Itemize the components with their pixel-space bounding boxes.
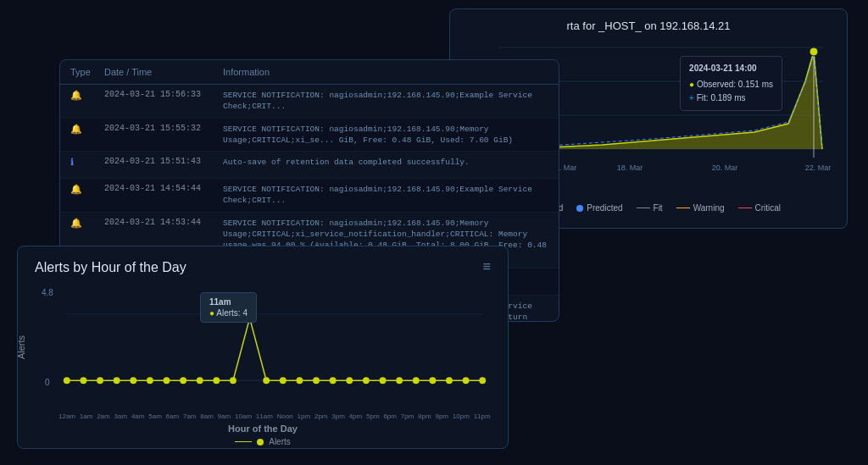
log-datetime: 2024-03-21 14:53:44 <box>104 218 223 227</box>
x-label: 3am <box>114 412 128 420</box>
log-row: ℹ 2024-03-21 15:51:43 Auto-save of reten… <box>60 152 559 179</box>
svg-point-37 <box>429 377 436 384</box>
col-header-info: Information <box>223 67 548 77</box>
x-label: 1am <box>80 412 93 420</box>
alerts-svg: 🏆 <box>58 284 491 411</box>
y-tick-min: 0 <box>45 378 50 387</box>
x-label: 7pm <box>401 412 415 420</box>
x-label: 10pm <box>453 412 470 420</box>
log-header: Type Date / Time Information <box>60 60 559 85</box>
svg-point-33 <box>363 377 370 384</box>
x-label: Noon <box>277 412 293 420</box>
info-icon: ℹ <box>70 157 104 168</box>
x-label: 11am <box>256 412 273 420</box>
tooltip-fit: + Fit: 0.189 ms <box>689 91 773 105</box>
svg-text:18. Mar: 18. Mar <box>617 163 643 172</box>
col-header-type: Type <box>70 67 104 77</box>
rta-tooltip: 2024-03-21 14:00 ● Observed: 0.151 ms + … <box>680 56 782 111</box>
critical-legend-line <box>738 208 752 208</box>
svg-point-19 <box>147 377 153 384</box>
svg-text:🏆: 🏆 <box>244 303 257 315</box>
legend-critical: Critical <box>738 203 782 213</box>
x-label: 9pm <box>435 412 448 420</box>
x-label: 6am <box>166 412 180 420</box>
tooltip-observed: ● Observed: 0.151 ms <box>689 78 773 91</box>
svg-point-28 <box>280 377 287 384</box>
x-label: 1pm <box>298 412 311 420</box>
x-label: 4pm <box>349 412 363 420</box>
svg-point-29 <box>297 377 303 384</box>
x-label: 4am <box>131 412 145 420</box>
x-label: 8pm <box>418 412 431 420</box>
svg-text:22. Mar: 22. Mar <box>805 163 832 172</box>
log-row: 🔔 2024-03-21 15:55:32 SERVICE NOTIFICATI… <box>60 119 559 152</box>
alerts-chart-area: Alerts 4.8 0 11am ● Alerts: 4 <box>35 284 491 411</box>
log-datetime: 2024-03-21 15:55:32 <box>104 124 223 133</box>
svg-point-6 <box>810 47 818 56</box>
svg-point-14 <box>64 377 70 384</box>
svg-point-15 <box>81 377 87 384</box>
svg-point-38 <box>446 377 453 384</box>
x-label: 6pm <box>383 412 397 420</box>
log-info: SERVICE NOTIFICATION: nagiosadmin;192.16… <box>223 90 548 113</box>
svg-point-35 <box>396 377 403 384</box>
legend-predicted: Predicted <box>576 203 622 213</box>
x-axis-title: Hour of the Day <box>35 423 491 434</box>
log-info: SERVICE NOTIFICATION: nagiosadmin;192.16… <box>223 124 548 147</box>
log-row: 🔔 2024-03-21 15:56:33 SERVICE NOTIFICATI… <box>60 85 559 119</box>
hamburger-icon[interactable]: ≡ <box>482 260 491 275</box>
log-datetime: 2024-03-21 15:56:33 <box>104 90 223 99</box>
svg-point-36 <box>413 377 420 384</box>
svg-point-27 <box>263 377 270 384</box>
legend-warning: Warning <box>676 203 725 213</box>
x-label: 2pm <box>314 412 328 420</box>
svg-point-31 <box>330 377 337 384</box>
x-label: 2am <box>97 412 110 420</box>
svg-point-40 <box>479 377 486 384</box>
log-datetime: 2024-03-21 15:51:43 <box>104 157 223 166</box>
alerts-title: Alerts by Hour of the Day <box>35 260 186 275</box>
x-label: 11pm <box>474 412 491 420</box>
x-label: 7am <box>183 412 197 420</box>
svg-point-23 <box>213 377 220 384</box>
x-label: 5pm <box>366 412 380 420</box>
svg-point-18 <box>130 377 136 384</box>
svg-point-25 <box>246 314 254 323</box>
log-row: 🔔 2024-03-21 14:54:44 SERVICE NOTIFICATI… <box>60 179 559 213</box>
x-label: 10am <box>235 412 252 420</box>
bell-icon: 🔔 <box>70 90 104 101</box>
y-tick-max: 4.8 <box>42 288 53 297</box>
x-label: 8am <box>200 412 214 420</box>
alerts-legend-label: Alerts <box>269 437 291 446</box>
svg-point-24 <box>230 377 236 384</box>
x-axis-labels: 12am 1am 2am 3am 4am 5am 6am 7am 8am 9am… <box>35 412 491 420</box>
svg-point-17 <box>114 377 120 384</box>
observed-dot: ● <box>689 80 697 89</box>
col-header-date: Date / Time <box>104 67 223 77</box>
alerts-legend: Alerts <box>35 437 491 446</box>
x-label: 3pm <box>331 412 345 420</box>
fit-dot: + <box>689 93 697 102</box>
log-info: SERVICE NOTIFICATION: nagiosadmin;192.16… <box>223 184 548 207</box>
svg-point-32 <box>346 377 353 384</box>
x-label: 12am <box>58 412 75 420</box>
bell-icon: 🔔 <box>70 124 104 135</box>
x-label: 9am <box>218 412 231 420</box>
svg-point-22 <box>197 377 203 384</box>
y-axis-label: Alerts <box>16 335 26 359</box>
warning-legend-line <box>676 208 690 208</box>
svg-point-21 <box>180 377 186 384</box>
rta-title: rta for _HOST_ on 192.168.14.21 <box>464 19 833 32</box>
fit-legend-line <box>637 208 650 208</box>
log-info: Auto-save of retention data completed su… <box>223 157 548 168</box>
alerts-panel: Alerts by Hour of the Day ≡ Alerts 4.8 0… <box>17 246 509 449</box>
predicted-legend-dot <box>576 205 583 212</box>
alerts-header: Alerts by Hour of the Day ≡ <box>35 260 491 275</box>
x-label: 5am <box>148 412 162 420</box>
svg-text:20. Mar: 20. Mar <box>712 163 738 172</box>
log-datetime: 2024-03-21 14:54:44 <box>104 184 223 193</box>
legend-fit: Fit <box>637 203 663 213</box>
svg-point-16 <box>97 377 103 384</box>
svg-point-39 <box>463 377 470 384</box>
bell-icon: 🔔 <box>70 184 104 195</box>
